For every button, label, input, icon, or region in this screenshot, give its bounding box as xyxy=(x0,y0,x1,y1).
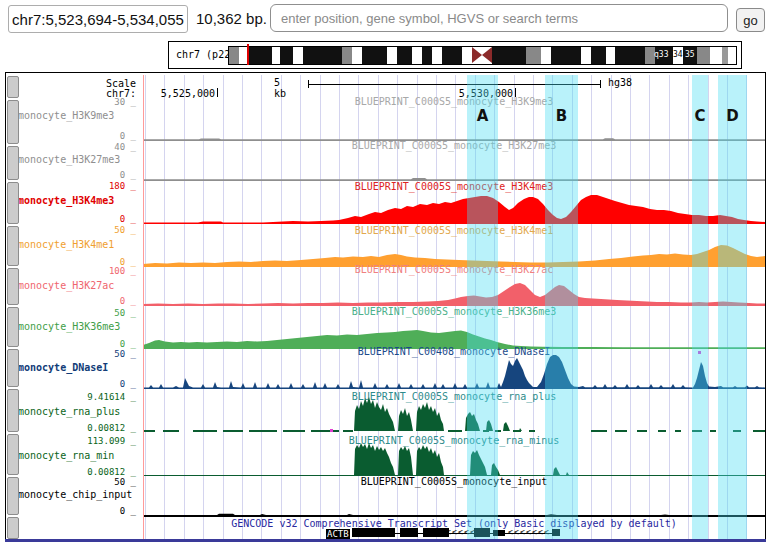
ruler-chrom-word: chr7: xyxy=(0,88,136,99)
assembly-label: hg38 xyxy=(608,77,632,88)
track-signal-monocyte_H3K4me3 xyxy=(143,186,765,223)
track-drag-handle[interactable] xyxy=(7,434,19,475)
track-min-value: 0 _ xyxy=(0,170,136,180)
genome-browser-page: chr7:5,523,694-5,534,055 10,362 bp. ente… xyxy=(0,0,767,543)
track-max-value: 40 _ xyxy=(0,142,136,152)
ideogram-band xyxy=(526,47,541,64)
strand-arrow: < xyxy=(526,529,531,537)
highlight-label-B: B xyxy=(545,107,578,125)
track-drag-handle[interactable] xyxy=(7,76,19,98)
track-baseline xyxy=(143,223,765,224)
ideogram-band-label: 34 xyxy=(673,50,683,59)
ideogram-band xyxy=(432,47,442,64)
strand-arrow: < xyxy=(538,529,543,537)
clip-mark xyxy=(330,429,333,432)
track-drag-handle[interactable] xyxy=(7,307,19,347)
track-min-value: 0.00812 _ xyxy=(0,423,136,433)
centromere xyxy=(472,47,492,64)
image-bottom-border xyxy=(5,539,766,542)
track-min-value: 0 _ xyxy=(0,296,136,306)
track-signal-monocyte_DNaseI xyxy=(143,351,765,388)
track-signal-monocyte_rna_plus xyxy=(143,396,765,431)
track-min-value: 0.00812 _ xyxy=(0,467,136,477)
strand-arrow: < xyxy=(514,529,519,537)
track-max-value: 9.41614 _ xyxy=(0,392,136,402)
track-label-monocyte_chip_input: monocyte_chip_input xyxy=(18,489,132,500)
position-box[interactable]: chr7:5,523,694-5,534,055 xyxy=(8,5,188,33)
track-drag-handle[interactable] xyxy=(7,477,19,515)
gene-exon[interactable] xyxy=(400,528,418,537)
track-drag-handle[interactable] xyxy=(7,349,19,387)
track-drag-handle[interactable] xyxy=(7,182,19,224)
track-drag-handle[interactable] xyxy=(7,268,19,305)
track-signal-monocyte_H3K36me3 xyxy=(143,313,765,348)
scale-bar-label: 5 kb xyxy=(274,77,286,99)
ideogram-band xyxy=(615,47,645,64)
track-signal-monocyte_H3K4me1 xyxy=(143,231,765,266)
ideogram-band xyxy=(387,47,397,64)
data-left-edge-line xyxy=(143,75,144,539)
highlight-label-C: C xyxy=(692,107,708,125)
position-text: chr7:5,523,694-5,534,055 xyxy=(12,11,184,28)
ideogram-band xyxy=(239,47,247,64)
track-signal-monocyte_rna_min xyxy=(143,441,765,475)
ideogram-band xyxy=(280,47,293,64)
track-drag-handle[interactable] xyxy=(7,517,19,539)
ideogram-band xyxy=(362,47,387,64)
track-max-value: 113.099 _ xyxy=(0,436,136,446)
highlight-label-A: A xyxy=(467,107,498,125)
strand-arrow: < xyxy=(520,529,525,537)
strand-arrow: < xyxy=(452,529,457,537)
ideogram-band xyxy=(551,47,581,64)
strand-arrow: < xyxy=(532,529,537,537)
ruler-tick-mark xyxy=(515,88,516,97)
ideogram-band xyxy=(710,47,722,64)
track-label-monocyte_H3K27ac: monocyte_H3K27ac xyxy=(18,280,114,291)
ruler-tick-mark xyxy=(217,88,218,97)
highlight-band-A xyxy=(467,75,498,539)
ideogram-band xyxy=(541,47,551,64)
bp-count-label: 10,362 bp. xyxy=(196,10,267,27)
go-button[interactable]: go xyxy=(736,8,765,32)
track-label-monocyte_H3K27me3: monocyte_H3K27me3 xyxy=(18,154,120,165)
search-placeholder: enter position, gene symbol, HGVS or sea… xyxy=(281,11,578,26)
track-min-value: 0 _ xyxy=(0,214,136,224)
centromere-left xyxy=(472,47,482,63)
track-label-monocyte_H3K36me3: monocyte_H3K36me3 xyxy=(18,321,120,332)
ideogram-band xyxy=(591,47,606,64)
search-input[interactable]: enter position, gene symbol, HGVS or sea… xyxy=(270,4,728,32)
track-label-monocyte_rna_plus: monocyte_rna_plus xyxy=(18,406,120,417)
track-label-monocyte_rna_min: monocyte_rna_min xyxy=(18,450,114,461)
ideogram-band-label: q33 xyxy=(654,50,668,59)
strand-arrow: < xyxy=(446,529,451,537)
track-signal-monocyte_H3K27ac xyxy=(143,271,765,305)
highlight-band-B xyxy=(545,75,578,539)
ruler-tick-label: 5,525,000 xyxy=(159,88,215,99)
track-max-value: 50 _ xyxy=(0,308,136,318)
ideogram-band-label: 35 xyxy=(685,50,695,59)
strand-arrow: < xyxy=(508,529,513,537)
ideogram-band xyxy=(272,47,280,64)
ideogram-band xyxy=(422,47,432,64)
track-label-monocyte_H3K4me3: monocyte_H3K4me3 xyxy=(18,195,114,206)
ideogram-band xyxy=(697,47,710,64)
track-max-value: 100 _ xyxy=(0,266,136,276)
track-label-monocyte_H3K4me1: monocyte_H3K4me1 xyxy=(18,239,114,250)
track-drag-handle[interactable] xyxy=(7,100,19,144)
gene-name-label[interactable]: ACTB xyxy=(326,529,350,539)
ideogram-band xyxy=(247,47,272,64)
track-baseline xyxy=(143,516,765,517)
ideogram-band xyxy=(397,47,412,64)
track-drag-handle[interactable] xyxy=(7,146,19,180)
track-max-value: 50 _ xyxy=(0,225,136,235)
track-drag-handle[interactable] xyxy=(7,226,19,266)
track-baseline xyxy=(143,388,765,389)
track-drag-handle[interactable] xyxy=(7,389,19,432)
track-label-monocyte_DNaseI: monocyte_DNaseI xyxy=(18,362,108,373)
track-max-value: 50 _ xyxy=(0,349,136,359)
gene-exon[interactable] xyxy=(352,528,395,537)
ideogram-band xyxy=(728,47,736,64)
ideogram-band xyxy=(492,47,526,64)
track-signal-monocyte_H3K27me3 xyxy=(143,150,765,180)
strand-arrow: < xyxy=(458,529,463,537)
